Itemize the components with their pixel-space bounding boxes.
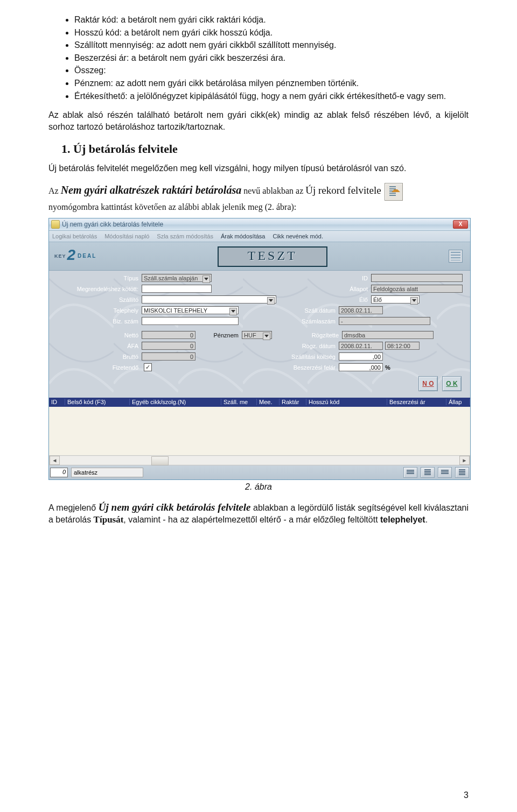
bullet-item: Pénznem: az adott nem gyári cikk betárol… [74, 77, 469, 89]
szalldatum-field[interactable]: 2008.02.11. [339, 306, 383, 314]
elo-select[interactable]: Élő [371, 295, 420, 303]
count-box: 0 [50, 468, 68, 477]
label-tipus: Típus [52, 275, 142, 281]
bizszam-field[interactable] [142, 317, 239, 325]
paragraph: Az ablak alsó részén található betárolt … [48, 109, 469, 132]
status-row: 0 alkatrész [49, 465, 470, 479]
toolbar-btn-2[interactable] [421, 467, 435, 478]
menu-item-arak[interactable]: Árak módosítása [221, 233, 266, 239]
telephely-select[interactable]: MISKOLCI TELEPHELY [142, 306, 239, 314]
button-row: N O O K [52, 373, 467, 394]
label-rogzdatum: Rögz. dátum [274, 343, 339, 349]
col-mee[interactable]: Mee. [257, 399, 280, 405]
megrend-field[interactable] [142, 285, 212, 293]
col-raktar[interactable]: Raktár [280, 399, 306, 405]
beszfelar-field[interactable]: ,000 [339, 363, 383, 371]
window-name-ref: Új nem gyári cikk betárolás felvitele [99, 502, 251, 513]
field-name-ref: telephelyet [380, 515, 425, 524]
grid-body-empty [49, 407, 470, 455]
label-szamlaszam: Számlaszám [244, 318, 339, 324]
label-szallito: Szállító [52, 296, 142, 303]
menu-item-szlaszam[interactable]: Szla szám módosítás [157, 233, 213, 239]
bullet-item: Beszerzési ár: a betárolt nem gyári cikk… [74, 52, 469, 64]
label-afa: ÁFA [52, 343, 142, 349]
szamlaszam-field: - [339, 317, 430, 325]
teszt-badge: TESZT [218, 246, 327, 267]
no-button[interactable]: N O [418, 376, 438, 391]
label-netto: Nettó [52, 332, 142, 338]
label-rogzit: Rögzítette [277, 332, 342, 338]
field-name-ref: Típusát [94, 514, 124, 525]
toolbar-btn-4[interactable] [455, 467, 469, 478]
percent-label: % [385, 364, 390, 371]
label-allapot: Állapot [336, 286, 371, 292]
szallito-select[interactable] [142, 295, 276, 303]
ok-button[interactable]: O K [442, 376, 462, 391]
bullet-item: Értékesíthető: a jelölőnégyzet kipipálás… [74, 90, 469, 102]
col-beszar[interactable]: Beszerzési ár [387, 399, 446, 405]
page-number: 3 [464, 790, 469, 800]
key2deal-logo: KEY2DEAL [54, 248, 103, 265]
window-title: Új nem gyári cikk betárolás felvitele [62, 221, 453, 228]
toolbar-btn-1[interactable] [403, 467, 417, 478]
horizontal-scrollbar[interactable]: ◄ ► [49, 455, 470, 465]
label-megrend: Megrendeléshez kötött: [52, 286, 142, 292]
scroll-thumb[interactable] [151, 456, 169, 465]
paragraph-after-figure: A megjelenő Új nem gyári cikk betárolás … [48, 500, 469, 527]
bullet-item: Összeg: [74, 65, 469, 76]
label-szkolt: Szállítási költség [236, 354, 339, 360]
titlebar: Új nem gyári cikk betárolás felvitele X [49, 218, 470, 231]
szkolt-field[interactable]: ,00 [339, 352, 383, 361]
banner: KEY2DEAL TESZT [49, 242, 470, 271]
close-icon[interactable]: X [453, 220, 468, 229]
scroll-right-icon[interactable]: ► [459, 456, 470, 465]
rogzdatum-time: 08:12:00 [385, 342, 420, 350]
afa-field: 0 [142, 342, 195, 350]
menu-item-modnaplo[interactable]: Módosítási napló [104, 233, 149, 239]
app-icon [51, 220, 60, 229]
alkatresz-box: alkatrész [71, 468, 143, 477]
toolbar-btn-3[interactable] [438, 467, 452, 478]
col-allap[interactable]: Állap [446, 399, 470, 405]
col-hosszu[interactable]: Hosszú kód [306, 399, 387, 405]
label-elo: Élő [336, 296, 371, 303]
menu-item-logikai[interactable]: Logikai betárolás [52, 233, 97, 239]
bullet-item: Szállított mennyiség: az adott nem gyári… [74, 39, 469, 51]
menu-item-cikknev[interactable]: Cikk nevének mód. [273, 233, 323, 239]
figure-caption: 2. ábra [48, 482, 469, 492]
penznem-select[interactable]: HUF [242, 331, 272, 339]
action-name-ref: Új rekord felvitele [305, 185, 381, 196]
section-heading: 1. Új betárolás felvitele [61, 142, 469, 156]
figure-screenshot: Új nem gyári cikk betárolás felvitele X … [48, 218, 469, 480]
label-fizetendo: Fizetendő [52, 364, 142, 371]
fizetendo-checkbox[interactable]: ✓ [144, 363, 152, 371]
col-belsokod[interactable]: Belső kód (F3) [65, 399, 130, 405]
col-egyeb[interactable]: Egyéb cikk/szolg.(N) [130, 399, 221, 405]
netto-field: 0 [142, 331, 195, 339]
rogzdatum-date: 2008.02.11. [339, 342, 383, 350]
label-brutto: Bruttó [52, 354, 142, 360]
window-name-ref: Nem gyári alkatrészek raktári betárolása [61, 184, 242, 196]
tipus-select[interactable]: Száll.számla alapján [142, 274, 212, 282]
label-bizszam: Biz. szám [52, 318, 142, 324]
bullet-item: Hosszú kód: a betárolt nem gyári cikk ho… [74, 27, 469, 39]
form-area: Típus Száll.számla alapján ID Megrendelé… [49, 271, 470, 398]
app-window: Új nem gyári cikk betárolás felvitele X … [48, 218, 471, 480]
rogzit-field: dmsdba [342, 331, 434, 339]
allapot-field: Feldolgozás alatt [371, 285, 463, 293]
banner-list-icon[interactable] [449, 250, 463, 263]
brutto-field: 0 [142, 352, 195, 361]
label-telephely: Telephely [52, 307, 142, 314]
scroll-left-icon[interactable]: ◄ [50, 456, 60, 465]
label-szalldatum: Száll.dátum [244, 307, 339, 314]
definition-bullet-list: Raktár kód: a betárolt nem gyári cikk ra… [48, 14, 469, 102]
col-id[interactable]: ID [49, 399, 65, 405]
paragraph-with-refs: Az Nem gyári alkatrészek raktári betárol… [48, 182, 469, 214]
new-record-icon [385, 183, 403, 201]
bullet-item: Raktár kód: a betárolt nem gyári cikk ra… [74, 14, 469, 26]
grid-header: ID Belső kód (F3) Egyéb cikk/szolg.(N) S… [49, 398, 470, 407]
col-szallme[interactable]: Száll. me [221, 399, 257, 405]
menubar: Logikai betárolás Módosítási napló Szla … [49, 231, 470, 242]
paragraph: Új betárolás felvitelét megelőzően meg k… [48, 163, 469, 174]
id-field [371, 274, 463, 282]
